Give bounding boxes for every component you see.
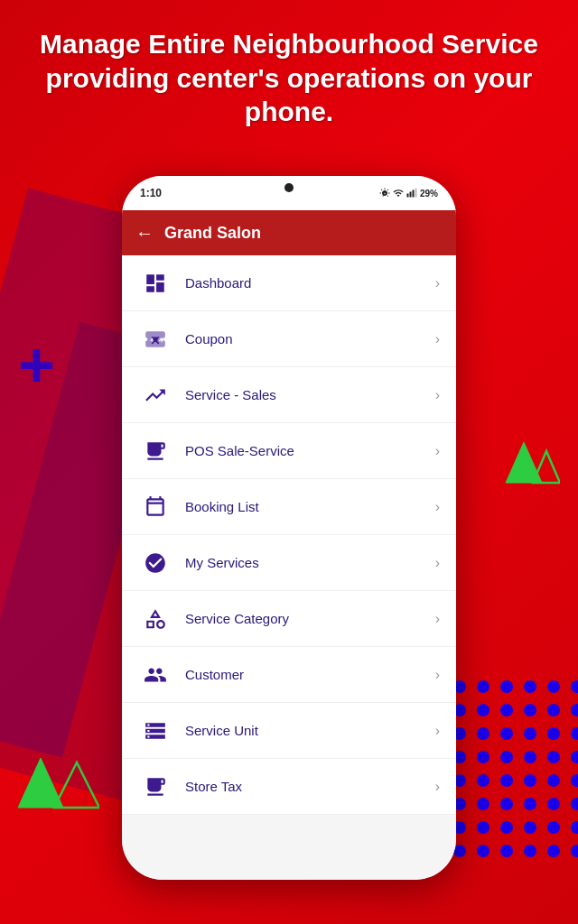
app-header: ← Grand Salon bbox=[122, 210, 456, 255]
customer-icon bbox=[138, 658, 172, 692]
service-unit-icon bbox=[138, 714, 172, 748]
menu-item-service-sales[interactable]: Service - Sales › bbox=[122, 367, 456, 423]
status-time: 1:10 bbox=[140, 187, 162, 199]
menu-item-service-category[interactable]: Service Category › bbox=[122, 591, 456, 647]
triangle-right-decoration bbox=[488, 433, 560, 491]
service-sales-icon bbox=[138, 378, 172, 412]
menu-label-dashboard: Dashboard bbox=[185, 275, 435, 291]
menu-item-dashboard[interactable]: Dashboard › bbox=[122, 255, 456, 311]
phone-mockup: 1:10 29% ← Grand Salon Dashboard › bbox=[122, 176, 456, 880]
back-button[interactable]: ← bbox=[135, 223, 154, 244]
status-bar: 1:10 29% bbox=[122, 176, 456, 210]
coupon-icon bbox=[138, 322, 172, 356]
app-title: Grand Salon bbox=[164, 224, 261, 243]
svg-rect-4 bbox=[406, 194, 408, 198]
chevron-service-unit: › bbox=[435, 723, 440, 739]
menu-label-service-sales: Service - Sales bbox=[185, 387, 435, 402]
pos-icon bbox=[138, 434, 172, 468]
chevron-store-tax: › bbox=[435, 779, 440, 795]
svg-rect-7 bbox=[415, 189, 416, 198]
store-tax-icon bbox=[138, 770, 172, 804]
menu-item-my-services[interactable]: My Services › bbox=[122, 535, 456, 591]
menu-item-store-tax[interactable]: Store Tax › bbox=[122, 759, 456, 815]
chevron-dashboard: › bbox=[435, 275, 440, 291]
svg-rect-6 bbox=[412, 190, 414, 198]
chevron-my-services: › bbox=[435, 555, 440, 571]
menu-label-customer: Customer bbox=[185, 667, 435, 682]
booking-icon bbox=[138, 490, 172, 524]
phone-camera bbox=[284, 183, 294, 192]
menu-item-pos-sale[interactable]: POS Sale-Service › bbox=[122, 423, 456, 479]
svg-rect-5 bbox=[409, 192, 411, 198]
menu-item-booking-list[interactable]: Booking List › bbox=[122, 479, 456, 535]
menu-item-coupon[interactable]: Coupon › bbox=[122, 311, 456, 367]
menu-label-service-category: Service Category bbox=[185, 611, 435, 626]
service-category-icon bbox=[138, 602, 172, 636]
menu-item-customer[interactable]: Customer › bbox=[122, 647, 456, 703]
status-icons: 29% bbox=[379, 188, 438, 199]
chevron-service-category: › bbox=[435, 611, 440, 627]
menu-label-my-services: My Services bbox=[185, 555, 435, 570]
chevron-customer: › bbox=[435, 667, 440, 683]
my-services-icon bbox=[138, 546, 172, 580]
plus-decoration: + bbox=[18, 334, 55, 397]
dashboard-icon bbox=[138, 266, 172, 300]
svg-marker-3 bbox=[54, 762, 99, 808]
triangle-bottomleft-decoration bbox=[18, 753, 99, 816]
menu-label-coupon: Coupon bbox=[185, 331, 435, 346]
chevron-service-sales: › bbox=[435, 387, 440, 403]
menu-list: Dashboard › Coupon › Service - Sales › bbox=[122, 255, 456, 880]
chevron-booking-list: › bbox=[435, 499, 440, 515]
svg-marker-2 bbox=[18, 758, 63, 808]
menu-label-pos-sale: POS Sale-Service bbox=[185, 443, 435, 458]
chevron-coupon: › bbox=[435, 331, 440, 347]
chevron-pos-sale: › bbox=[435, 443, 440, 459]
menu-item-service-unit[interactable]: Service Unit › bbox=[122, 703, 456, 759]
header-title: Manage Entire Neighbourhood Service prov… bbox=[0, 27, 578, 129]
menu-label-booking-list: Booking List bbox=[185, 499, 435, 514]
battery-text: 29% bbox=[420, 189, 438, 199]
menu-label-service-unit: Service Unit bbox=[185, 723, 435, 738]
menu-label-store-tax: Store Tax bbox=[185, 779, 435, 794]
